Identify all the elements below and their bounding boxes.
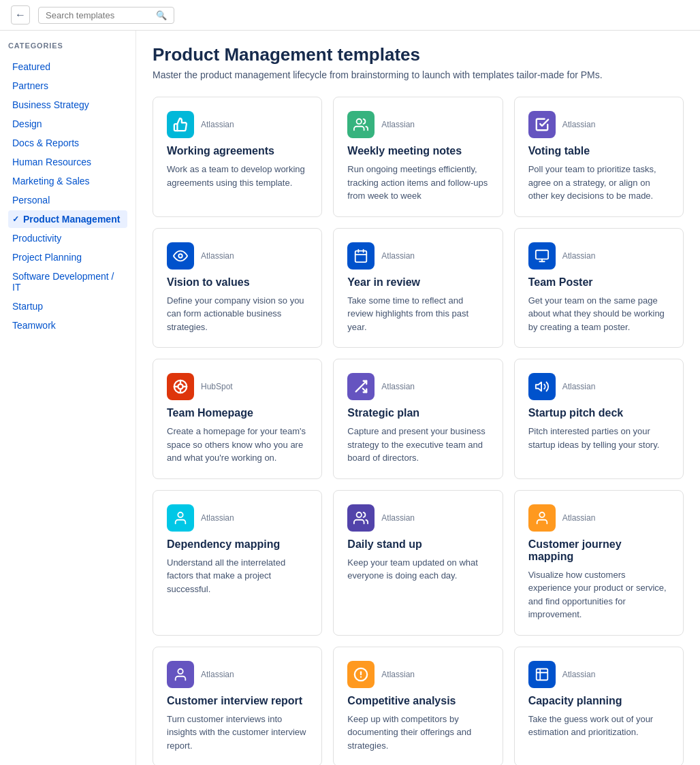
- template-card-year-in-review[interactable]: AtlassianYear in reviewTake some time to…: [333, 228, 503, 348]
- active-check-icon: ✓: [12, 214, 19, 224]
- card-description: Capture and present your business strate…: [347, 425, 488, 465]
- card-header: Atlassian: [347, 661, 488, 688]
- card-description: Take the guess work out of your estimati…: [528, 713, 669, 739]
- card-header: HubSpot: [167, 373, 308, 400]
- sidebar-item-featured[interactable]: Featured: [8, 58, 127, 76]
- sidebar-item-product-management[interactable]: ✓Product Management: [8, 210, 127, 228]
- card-title: Dependency mapping: [167, 538, 308, 551]
- card-icon-customer-interview-report: [167, 661, 194, 688]
- card-icon-vision-to-values: [167, 242, 194, 270]
- sidebar-item-docs-reports[interactable]: Docs & Reports: [8, 134, 127, 152]
- card-header: Atlassian: [528, 242, 669, 270]
- template-card-customer-journey-mapping[interactable]: AtlassianCustomer journey mappingVisuali…: [514, 490, 684, 636]
- template-card-customer-interview-report[interactable]: AtlassianCustomer interview reportTurn c…: [153, 647, 322, 766]
- card-header: Atlassian: [347, 373, 488, 400]
- categories-label: CATEGORIES: [8, 42, 127, 50]
- card-icon-strategic-plan: [347, 373, 375, 400]
- card-provider: Atlassian: [201, 251, 234, 261]
- sidebar-item-startup[interactable]: Startup: [8, 297, 127, 315]
- card-title: Team Poster: [528, 276, 669, 289]
- card-title: Customer journey mapping: [528, 538, 669, 563]
- sidebar-item-label: Productivity: [12, 233, 61, 244]
- card-provider: Atlassian: [381, 513, 415, 523]
- sidebar-item-design[interactable]: Design: [8, 115, 127, 133]
- sidebar-item-project-planning[interactable]: Project Planning: [8, 248, 127, 266]
- template-card-voting-table[interactable]: AtlassianVoting tablePoll your team to p…: [514, 97, 684, 217]
- card-title: Year in review: [347, 276, 488, 289]
- card-header: Atlassian: [167, 111, 308, 138]
- card-description: Understand all the interrelated factors …: [167, 556, 308, 596]
- card-title: Vision to values: [167, 276, 308, 289]
- template-card-daily-standup[interactable]: AtlassianDaily stand upKeep your team up…: [333, 490, 503, 636]
- card-icon-competitive-analysis: [347, 661, 375, 688]
- card-provider: Atlassian: [562, 251, 596, 261]
- card-header: Atlassian: [167, 242, 308, 270]
- template-card-team-poster[interactable]: AtlassianTeam PosterGet your team on the…: [514, 228, 684, 348]
- card-icon-voting-table: [528, 111, 556, 138]
- sidebar-item-label: Partners: [12, 80, 48, 91]
- card-description: Create a homepage for your team's space …: [167, 425, 308, 465]
- back-button[interactable]: ←: [11, 5, 30, 25]
- card-header: Atlassian: [347, 242, 488, 270]
- sidebar-item-personal[interactable]: Personal: [8, 191, 127, 209]
- page-title: Product Management templates: [153, 44, 684, 65]
- card-title: Capacity planning: [528, 695, 669, 707]
- sidebar-item-label: Startup: [12, 301, 43, 312]
- template-card-team-homepage[interactable]: HubSpotTeam HomepageCreate a homepage fo…: [153, 359, 322, 479]
- svg-rect-2: [355, 250, 367, 262]
- sidebar-item-partners[interactable]: Partners: [8, 77, 127, 95]
- sidebar-item-business-strategy[interactable]: Business Strategy: [8, 96, 127, 114]
- card-description: Poll your team to prioritize tasks, agre…: [528, 163, 669, 203]
- card-provider: Atlassian: [201, 670, 234, 679]
- card-description: Keep up with competitors by documenting …: [347, 713, 488, 753]
- card-provider: Atlassian: [381, 670, 415, 679]
- card-icon-working-agreements: [167, 111, 194, 138]
- card-description: Define your company vision so you can fo…: [167, 294, 308, 334]
- sidebar-item-productivity[interactable]: Productivity: [8, 229, 127, 247]
- card-provider: Atlassian: [562, 670, 596, 679]
- svg-point-0: [357, 119, 362, 124]
- card-icon-daily-standup: [347, 504, 375, 532]
- sidebar-item-label: Project Planning: [12, 252, 82, 263]
- card-description: Take some time to reflect and review hig…: [347, 294, 488, 334]
- svg-rect-6: [535, 250, 547, 259]
- sidebar-item-label: Featured: [12, 61, 50, 72]
- card-icon-dependency-mapping: [167, 504, 194, 532]
- template-card-competitive-analysis[interactable]: AtlassianCompetitive analysisKeep up wit…: [333, 647, 503, 766]
- search-icon: 🔍: [156, 10, 167, 20]
- sidebar-item-label: Personal: [12, 195, 50, 206]
- template-card-capacity-planning[interactable]: AtlassianCapacity planningTake the guess…: [514, 647, 684, 766]
- card-icon-team-poster: [528, 242, 556, 270]
- card-header: Atlassian: [528, 661, 669, 688]
- sidebar-item-teamwork[interactable]: Teamwork: [8, 316, 127, 334]
- sidebar-item-label: Teamwork: [12, 320, 56, 331]
- card-title: Weekly meeting notes: [347, 145, 488, 157]
- sidebar-item-label: Docs & Reports: [12, 137, 79, 148]
- card-header: Atlassian: [528, 373, 669, 400]
- card-provider: Atlassian: [562, 382, 596, 391]
- card-icon-startup-pitch-deck: [528, 373, 556, 400]
- svg-point-20: [539, 512, 544, 517]
- card-title: Team Homepage: [167, 407, 308, 419]
- template-card-strategic-plan[interactable]: AtlassianStrategic planCapture and prese…: [333, 359, 503, 479]
- template-card-working-agreements[interactable]: AtlassianWorking agreementsWork as a tea…: [153, 97, 322, 217]
- sidebar-item-label: Software Development / IT: [12, 271, 123, 293]
- content-area: Product Management templates Master the …: [136, 31, 700, 765]
- svg-point-1: [178, 254, 182, 258]
- card-icon-customer-journey-mapping: [528, 504, 556, 532]
- template-card-dependency-mapping[interactable]: AtlassianDependency mappingUnderstand al…: [153, 490, 322, 636]
- sidebar-item-human-resources[interactable]: Human Resources: [8, 153, 127, 171]
- card-provider: Atlassian: [562, 513, 596, 523]
- card-icon-year-in-review: [347, 242, 375, 270]
- search-input[interactable]: [46, 10, 152, 20]
- top-bar: ← 🔍: [0, 0, 700, 31]
- sidebar: CATEGORIES FeaturedPartnersBusiness Stra…: [0, 31, 136, 765]
- sidebar-item-software-development[interactable]: Software Development / IT: [8, 267, 127, 296]
- template-card-startup-pitch-deck[interactable]: AtlassianStartup pitch deckPitch interes…: [514, 359, 684, 479]
- template-card-weekly-meeting-notes[interactable]: AtlassianWeekly meeting notesRun ongoing…: [333, 97, 503, 217]
- sidebar-item-marketing-sales[interactable]: Marketing & Sales: [8, 172, 127, 190]
- card-description: Turn customer interviews into insights w…: [167, 713, 308, 753]
- template-card-vision-to-values[interactable]: AtlassianVision to valuesDefine your com…: [153, 228, 322, 348]
- svg-marker-17: [535, 382, 541, 391]
- card-title: Competitive analysis: [347, 695, 488, 707]
